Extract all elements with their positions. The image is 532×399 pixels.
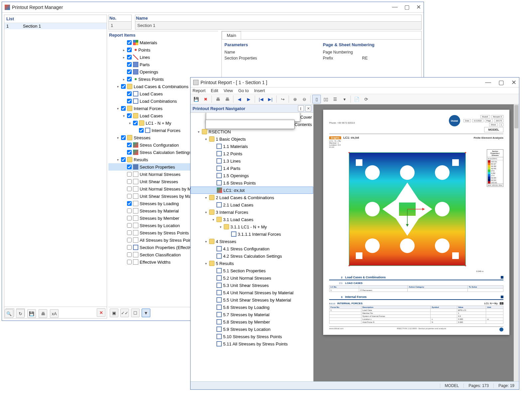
menu-go-to[interactable]: Go to (238, 88, 249, 93)
no-input[interactable]: 1 (108, 21, 132, 30)
nav-item[interactable]: 5.5 Unit Shear Stresses by Material (191, 296, 313, 304)
maximize-button[interactable]: ▢ (404, 4, 410, 11)
minimize-button[interactable]: — (485, 79, 491, 86)
menu-bar[interactable]: ReportEditViewGo toInsert (191, 87, 519, 94)
tree-filter-button[interactable]: ▼ (142, 309, 150, 317)
nav-item[interactable]: 1.4 Parts (191, 165, 313, 172)
item-checkbox[interactable] (127, 40, 132, 45)
next-icon[interactable]: ▶ (244, 95, 253, 103)
refresh-button[interactable]: ↻ (16, 309, 25, 318)
page-preview[interactable]: Phone: +49 9673 9203-0 Dlubal Modell:Bei… (314, 104, 519, 381)
item-checkbox[interactable] (127, 55, 132, 60)
report-item[interactable]: ▸Points (108, 46, 218, 54)
twisty-icon[interactable]: ▸ (122, 48, 126, 52)
nav-item[interactable]: 5.10 Stresses by Stress Points (191, 333, 313, 340)
nav-item[interactable]: 5.11 All Stresses by Stress Points (191, 340, 313, 347)
print-preview-icon[interactable]: 🖶 (223, 95, 231, 103)
win1-titlebar[interactable]: Printout Report Manager — ▢ ✕ (2, 2, 424, 13)
report-item[interactable]: ▸Lines (108, 54, 218, 61)
twisty-icon[interactable]: ▾ (204, 262, 208, 265)
nav-item[interactable]: 1.5 Openings (191, 172, 313, 179)
property-row[interactable]: PrefixRE (323, 55, 419, 61)
close-button[interactable]: ✕ (511, 79, 516, 86)
item-checkbox[interactable] (127, 187, 132, 191)
nav-item[interactable]: 1.3 Lines (191, 157, 313, 165)
translate-button[interactable]: xA (50, 309, 59, 318)
twisty-icon[interactable]: ▸ (122, 77, 126, 81)
item-checkbox[interactable] (127, 260, 132, 264)
nav-item[interactable]: 4.2 Stress Calculation Settings (191, 252, 313, 260)
item-checkbox[interactable] (139, 128, 144, 133)
nav-item[interactable]: 5.9 Stresses by Location (191, 326, 313, 333)
twisty-icon[interactable]: ▾ (218, 225, 222, 229)
single-page-icon[interactable]: ▯ (312, 95, 321, 103)
twisty-icon[interactable]: ▾ (211, 218, 215, 221)
save-button[interactable]: 💾 (27, 309, 36, 318)
report-item[interactable]: Parts (108, 61, 218, 68)
reload-icon[interactable]: ⟳ (362, 95, 370, 103)
item-checkbox[interactable] (127, 113, 132, 118)
item-checkbox[interactable] (127, 150, 132, 155)
item-checkbox[interactable] (121, 84, 126, 89)
property-row[interactable]: Name (224, 49, 320, 55)
twisty-icon[interactable]: ▾ (116, 85, 120, 88)
nav-item[interactable]: LC1: σx,tot (191, 187, 313, 194)
item-checkbox[interactable] (127, 245, 132, 250)
item-checkbox[interactable] (133, 121, 138, 125)
item-checkbox[interactable] (127, 48, 132, 52)
nav-item[interactable]: 5.8 Stresses by Member (191, 318, 313, 326)
item-checkbox[interactable] (127, 230, 132, 235)
twisty-icon[interactable]: ▾ (116, 158, 120, 162)
report-item[interactable]: Materials (108, 39, 218, 46)
tree-collapse-button[interactable]: ▣ (110, 309, 118, 317)
goto-icon[interactable]: ↪ (278, 95, 287, 103)
nav-item[interactable]: ▾2 Load Cases & Combinations (191, 194, 313, 201)
name-input[interactable]: Section 1 (135, 21, 422, 30)
two-page-icon[interactable]: ▯▯ (322, 95, 330, 103)
menu-report[interactable]: Report (193, 88, 205, 93)
tree-checkall-button[interactable]: ✓✓ (120, 309, 129, 317)
twisty-icon[interactable]: ▾ (204, 137, 208, 141)
new-page-icon[interactable]: 📄 (352, 95, 361, 103)
close-button[interactable]: ✕ (416, 4, 421, 11)
item-checkbox[interactable] (127, 69, 132, 74)
item-checkbox[interactable] (127, 208, 132, 213)
item-checkbox[interactable] (127, 99, 132, 103)
nav-item[interactable]: 1.2 Points (191, 150, 313, 157)
save-icon[interactable]: 💾 (192, 95, 200, 103)
nav-item[interactable]: ▾RSECTION (191, 128, 313, 135)
item-checkbox[interactable] (127, 238, 132, 242)
item-checkbox[interactable] (121, 157, 126, 162)
first-icon[interactable]: |◀ (257, 95, 265, 103)
item-checkbox[interactable] (127, 223, 132, 228)
nav-item[interactable]: 1.6 Stress Points (191, 179, 313, 187)
nav-item[interactable]: 5.7 Stresses by Material (191, 311, 313, 318)
item-checkbox[interactable] (127, 143, 132, 147)
nav-item[interactable]: 5.3 Unit Shear Stresses (191, 282, 313, 289)
nav-item[interactable]: 1.1 Materials (191, 143, 313, 150)
menu-insert[interactable]: Insert (254, 88, 265, 93)
navigator-tree[interactable]: CoverContents▾RSECTION▾1 Basic Objects1.… (191, 113, 313, 381)
report-item[interactable]: Openings (108, 68, 218, 75)
item-checkbox[interactable] (127, 201, 132, 206)
dropdown-icon[interactable]: ▾ (340, 95, 349, 103)
pin-icon[interactable]: ⫿ (298, 105, 304, 111)
item-checkbox[interactable] (127, 179, 132, 184)
zoom-in-icon[interactable]: ⊕ (291, 95, 299, 103)
item-checkbox[interactable] (127, 77, 132, 81)
search-button[interactable]: 🔍 (5, 309, 13, 318)
nav-item[interactable]: 5.1 Section Properties (191, 267, 313, 274)
win2-titlebar[interactable]: Printout Report - [ 1 - Section 1 ] — ▢ … (191, 77, 519, 87)
nav-item[interactable]: ▾3.1.1 LC1 - N + My (191, 223, 313, 230)
twisty-icon[interactable]: ▾ (197, 130, 200, 134)
vertical-scrollbar[interactable] (514, 104, 519, 381)
nav-item[interactable]: ▾3 Internal Forces (191, 208, 313, 216)
twisty-icon[interactable]: ▾ (204, 210, 208, 214)
item-checkbox[interactable] (127, 165, 132, 169)
close-nav-icon[interactable]: ✕ (305, 105, 311, 111)
menu-view[interactable]: View (223, 88, 233, 93)
tree-uncheck-button[interactable]: ☐ (131, 309, 140, 317)
twisty-icon[interactable]: ▾ (204, 196, 208, 200)
print-icon[interactable]: 🖶 (213, 95, 222, 103)
twisty-icon[interactable]: ▾ (116, 136, 120, 140)
